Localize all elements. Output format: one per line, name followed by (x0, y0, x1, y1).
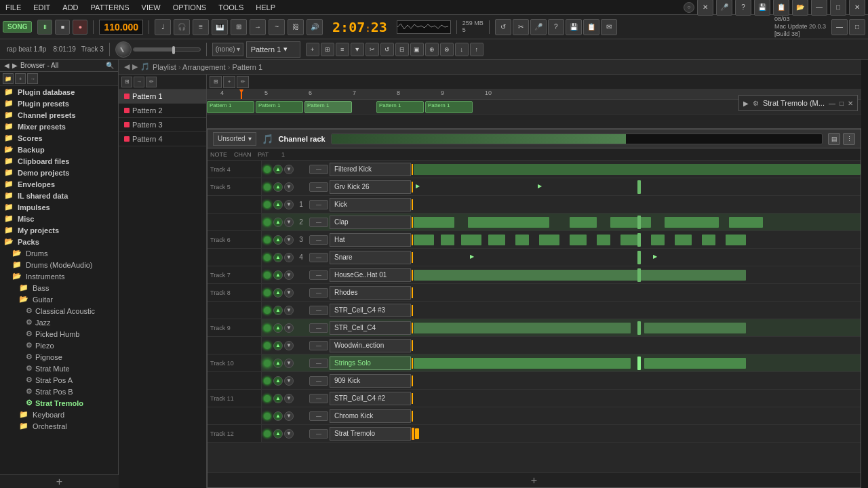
ch-dash-7[interactable]: — (309, 270, 328, 280)
ch-btn-up-3[interactable]: ▲ (273, 200, 283, 209)
ch-led-7[interactable] (264, 272, 271, 279)
ch-pattern-area-10[interactable] (414, 319, 861, 336)
ch-btn-down-8[interactable]: ▼ (284, 288, 294, 298)
sidebar-item-envelopes[interactable]: 📁 Envelopes (0, 178, 118, 190)
ch-pattern-area-2[interactable]: ▶ ▶ (414, 178, 861, 195)
ch-btn-up-13[interactable]: ▲ (273, 376, 283, 386)
sidebar-item-strat-pos-a[interactable]: ⚙ Strat Pos A (0, 374, 118, 386)
sidebar-item-strat-pos-b[interactable]: ⚙ Strat Pos B (0, 386, 118, 397)
arr-btn-8[interactable]: ▣ (410, 43, 424, 56)
sidebar-item-drums-modeaudio[interactable]: 📁 Drums (ModeAudio) (0, 259, 118, 270)
ch-btn-up-11[interactable]: ▲ (273, 341, 283, 350)
menu-patterns[interactable]: PATTERNS (88, 2, 132, 13)
ch-led-6[interactable] (264, 254, 271, 261)
ch-btn-up-10[interactable]: ▲ (273, 323, 283, 333)
sidebar-item-jazz[interactable]: ⚙ Jazz (0, 317, 118, 328)
ch-dash-16[interactable]: — (309, 429, 328, 439)
pattern-block[interactable]: Pattern 1 (304, 101, 352, 113)
ch-btn-down-1[interactable]: ▼ (284, 165, 294, 174)
ch-led-1[interactable] (264, 166, 271, 173)
strat-tremolo-maximize[interactable]: □ (840, 100, 844, 107)
arr-btn-1[interactable]: + (306, 43, 319, 56)
sidebar-item-channel-presets[interactable]: 📁 Channel presets (0, 109, 118, 121)
ch-led-13[interactable] (264, 378, 271, 384)
toolbar-icon-7[interactable]: — (811, 0, 827, 16)
ch-dash-6[interactable]: — (309, 253, 328, 262)
arr-btn-3[interactable]: ≡ (336, 43, 349, 56)
none-selector[interactable]: (none) ▾ (212, 43, 243, 56)
ch-dash-10[interactable]: — (309, 323, 328, 333)
pattern-block[interactable]: Pattern 1 (376, 101, 424, 113)
ch-name-grv-kick[interactable]: Grv Kick 26 (330, 180, 411, 194)
minimize-button[interactable]: — (831, 19, 848, 35)
headphones-icon[interactable]: 🎧 (174, 19, 190, 35)
sidebar-item-pignose[interactable]: ⚙ Pignose (0, 351, 118, 363)
master-knob[interactable] (115, 41, 132, 58)
sidebar-item-drums[interactable]: 📂 Drums (0, 247, 118, 259)
pattern-selector[interactable]: Pattern 1 ▾ (246, 41, 300, 58)
ch-dash-12[interactable]: — (309, 359, 328, 368)
sidebar-item-keyboard[interactable]: 📁 Keyboard (0, 409, 118, 420)
sidebar-tool-2[interactable]: + (15, 73, 26, 84)
refresh-icon[interactable]: ↺ (495, 19, 511, 35)
menu-add[interactable]: ADD (60, 2, 81, 13)
ch-pattern-area-14[interactable] (414, 390, 861, 407)
add-channel-button[interactable]: + (208, 472, 861, 487)
ch-pattern-area-16[interactable] (415, 425, 861, 442)
ch-dash-3[interactable]: — (309, 200, 328, 209)
ch-pattern-area-8[interactable] (414, 284, 861, 301)
ch-pattern-area-4[interactable] (414, 214, 861, 230)
ch-name-str4[interactable]: STR_Cell_C4 (330, 321, 411, 335)
ch-pattern-area-13[interactable] (414, 372, 861, 389)
pattern-item-3[interactable]: Pattern 3 (119, 118, 206, 132)
arr-btn-11[interactable]: ↓ (455, 43, 469, 56)
strat-tremolo-expand-icon[interactable]: ▶ (743, 100, 749, 107)
arr-btn-10[interactable]: ⊗ (440, 43, 454, 56)
ch-name-kick[interactable]: Kick (330, 198, 411, 211)
question-icon[interactable]: ? (548, 19, 564, 35)
arr-snap-btn[interactable]: + (223, 76, 235, 88)
ch-arrow-grv-kick-2[interactable]: ▶ (536, 182, 544, 190)
toolbar-icon-1[interactable]: ✕ (697, 0, 713, 16)
channel-rack-sort-selector[interactable]: Unsorted ▾ (213, 132, 256, 146)
toolbar-icon-4[interactable]: 💾 (754, 0, 770, 16)
stop-button[interactable]: ■ (55, 20, 70, 35)
toolbar-icon-3[interactable]: ? (735, 0, 751, 16)
ch-led-5[interactable] (264, 237, 271, 243)
sidebar-item-mixer-presets[interactable]: 📁 Mixer presets (0, 121, 118, 132)
sidebar-tool-3[interactable]: → (27, 73, 38, 84)
ch-btn-up-1[interactable]: ▲ (273, 165, 283, 174)
toolbar-icon-6[interactable]: 📂 (792, 0, 808, 16)
arr-tool-icon-3[interactable]: ✏ (146, 77, 157, 87)
mixer-icon[interactable]: ≡ (193, 19, 209, 35)
ch-led-8[interactable] (264, 289, 271, 296)
toolbar-icon-9[interactable]: ✕ (849, 0, 865, 16)
maximize-button[interactable]: □ (849, 19, 865, 35)
ch-pattern-area-6[interactable]: ▶ ▶ (414, 249, 861, 266)
ch-led-11[interactable] (264, 342, 271, 349)
ch-led-3[interactable] (264, 201, 271, 208)
rack-settings-btn[interactable]: ⋮ (843, 133, 855, 145)
sidebar-item-orchestral[interactable]: 📁 Orchestral (0, 420, 118, 432)
sidebar-item-il-shared[interactable]: 📁 IL shared data (0, 190, 118, 201)
right-resize-handle[interactable] (861, 60, 868, 488)
wave-icon[interactable]: ~ (269, 19, 285, 35)
ch-btn-up-9[interactable]: ▲ (273, 306, 283, 315)
ch-dash-2[interactable]: — (309, 182, 328, 192)
mail-icon[interactable]: ✉ (601, 19, 617, 35)
arrow-icon[interactable]: → (250, 19, 266, 35)
pattern-block[interactable]: Pattern 1 (256, 101, 303, 113)
ch-led-14[interactable] (264, 395, 271, 402)
arr-grid-btn[interactable]: ⊞ (210, 76, 222, 88)
ch-btn-down-10[interactable]: ▼ (284, 323, 294, 333)
ch-dash-9[interactable]: — (309, 306, 328, 315)
arr-btn-2[interactable]: ⊞ (321, 43, 334, 56)
nav-fwd-btn[interactable]: ▶ (132, 62, 138, 71)
ch-name-909[interactable]: 909 Kick (330, 374, 411, 388)
grid-icon[interactable]: ⊞ (231, 19, 247, 35)
ch-btn-down-12[interactable]: ▼ (284, 359, 294, 368)
ch-led-16[interactable] (264, 430, 271, 437)
ch-name-filtered-kick[interactable]: Filtered Kick (330, 163, 411, 176)
ch-arrow-snare-2[interactable]: ▶ (651, 252, 659, 260)
ch-btn-up-2[interactable]: ▲ (273, 182, 283, 192)
